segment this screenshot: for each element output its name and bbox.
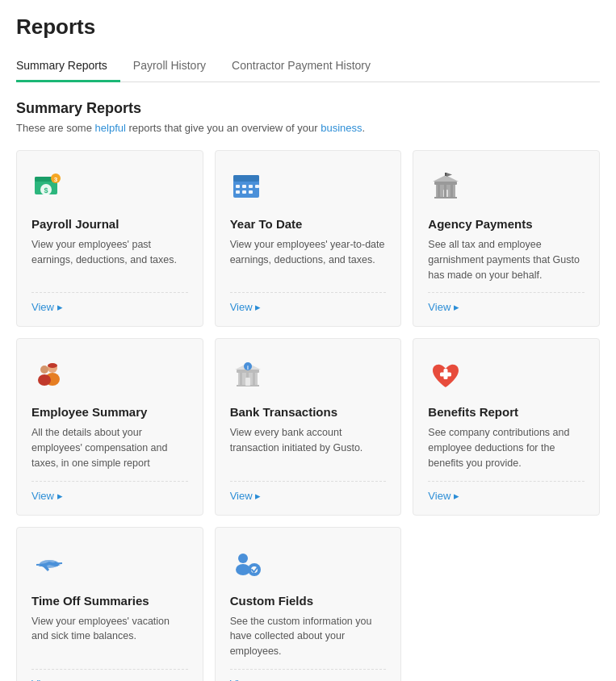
svg-rect-12 <box>236 190 240 194</box>
svg-rect-38 <box>253 373 255 386</box>
svg-marker-19 <box>446 173 452 177</box>
time-off-summaries-icon <box>31 544 188 586</box>
tab-contractor-payment-history[interactable]: Contractor Payment History <box>232 51 383 82</box>
section-subtitle: These are some helpful reports that give… <box>16 122 600 134</box>
svg-text:$: $ <box>44 186 48 194</box>
card-year-to-date: Year To Date View your employees' year-t… <box>215 150 402 327</box>
card-employee-summary-desc: All the details about your employees' co… <box>31 425 188 470</box>
card-employee-summary-title: Employee Summary <box>31 405 188 419</box>
card-time-off-summaries: Time Off Summaries View your employees' … <box>16 527 203 682</box>
svg-point-29 <box>38 374 51 386</box>
bank-transactions-icon: i <box>230 355 387 397</box>
svg-rect-39 <box>245 378 250 386</box>
card-custom-fields: Custom Fields See the custom information… <box>215 527 402 682</box>
svg-rect-24 <box>434 197 457 198</box>
tab-summary-reports[interactable]: Summary Reports <box>16 51 120 82</box>
svg-rect-11 <box>255 185 259 188</box>
employee-summary-icon <box>31 355 188 397</box>
page-title: Reports <box>16 15 600 40</box>
svg-point-27 <box>48 363 57 368</box>
card-year-to-date-view[interactable]: View ▸ <box>230 301 387 313</box>
card-bank-transactions: i Bank Transactions View every bank acco… <box>215 338 402 515</box>
card-year-to-date-title: Year To Date <box>230 217 387 231</box>
svg-rect-7 <box>233 175 259 182</box>
card-employee-summary-view[interactable]: View ▸ <box>31 490 188 502</box>
card-payroll-journal-desc: View your employees' past earnings, dedu… <box>31 237 188 282</box>
svg-rect-22 <box>444 185 446 198</box>
card-time-off-summaries-title: Time Off Summaries <box>31 594 188 608</box>
section-title: Summary Reports <box>16 100 600 117</box>
card-custom-fields-view[interactable]: View ▸ <box>230 678 387 681</box>
svg-text:3: 3 <box>54 176 58 183</box>
tabs-nav: Summary Reports Payroll History Contract… <box>16 51 600 82</box>
card-time-off-summaries-desc: View your employees' vacation and sick t… <box>31 614 188 659</box>
card-benefits-report: Benefits Report See company contribution… <box>413 338 600 515</box>
cards-grid: $ 3 Payroll Journal View your employees'… <box>16 150 600 681</box>
card-bank-transactions-view[interactable]: View ▸ <box>230 490 387 502</box>
payroll-journal-icon: $ 3 <box>31 167 188 209</box>
card-custom-fields-title: Custom Fields <box>230 594 387 608</box>
card-payroll-journal-view[interactable]: View ▸ <box>31 301 188 313</box>
card-benefits-report-title: Benefits Report <box>428 405 585 419</box>
svg-rect-18 <box>445 173 446 176</box>
svg-rect-21 <box>438 185 440 198</box>
card-payroll-journal: $ 3 Payroll Journal View your employees'… <box>16 150 203 327</box>
svg-rect-9 <box>242 185 246 188</box>
svg-rect-36 <box>240 373 242 386</box>
card-agency-payments-desc: See all tax and employee garnishment pay… <box>428 237 585 282</box>
tab-payroll-history[interactable]: Payroll History <box>133 51 219 82</box>
svg-marker-17 <box>433 175 459 182</box>
svg-point-43 <box>238 554 248 563</box>
page-container: Reports Summary Reports Payroll History … <box>0 0 616 681</box>
year-to-date-icon <box>230 167 387 209</box>
card-agency-payments-view[interactable]: View ▸ <box>428 301 585 313</box>
svg-text:i: i <box>247 365 249 370</box>
svg-rect-23 <box>450 185 453 198</box>
card-payroll-journal-title: Payroll Journal <box>31 217 188 231</box>
svg-point-28 <box>40 366 48 374</box>
card-agency-payments: Agency Payments See all tax and employee… <box>413 150 600 327</box>
svg-rect-41 <box>440 373 451 377</box>
agency-payments-icon <box>428 167 585 209</box>
card-agency-payments-title: Agency Payments <box>428 217 585 231</box>
card-employee-summary: Employee Summary All the details about y… <box>16 338 203 515</box>
card-custom-fields-desc: See the custom information you have coll… <box>230 614 387 659</box>
card-bank-transactions-desc: View every bank account transaction init… <box>230 425 387 470</box>
card-bank-transactions-title: Bank Transactions <box>230 405 387 419</box>
card-year-to-date-desc: View your employees' year-to-date earnin… <box>230 237 387 282</box>
card-benefits-report-desc: See company contributions and employee d… <box>428 425 585 470</box>
svg-rect-16 <box>434 182 457 185</box>
card-time-off-summaries-view[interactable]: View ▸ <box>31 678 188 681</box>
svg-rect-8 <box>236 185 240 188</box>
custom-fields-icon <box>230 544 387 586</box>
benefits-report-icon <box>428 355 585 397</box>
svg-rect-10 <box>249 185 253 188</box>
svg-rect-13 <box>242 190 246 194</box>
svg-rect-14 <box>249 190 253 194</box>
card-benefits-report-view[interactable]: View ▸ <box>428 490 585 502</box>
